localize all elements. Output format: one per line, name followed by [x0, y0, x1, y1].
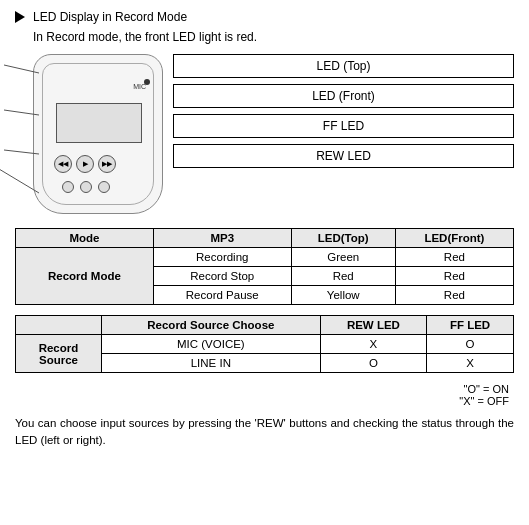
button-row-2 — [62, 181, 110, 193]
diagram-area: MIC ◀◀ ▶ ▶▶ LED (Top) LED (Front) FF LED — [33, 54, 514, 214]
rewind-button: ◀◀ — [54, 155, 72, 173]
mic-label: MIC — [133, 83, 146, 90]
ff-mic: O — [427, 335, 514, 354]
mp3-pause: Record Pause — [153, 286, 291, 305]
table2-header-row: Record Source Choose REW LED FF LED — [16, 316, 514, 335]
svg-line-3 — [0, 163, 39, 193]
screen-rect — [56, 103, 142, 143]
col-led-top: LED(Top) — [291, 229, 395, 248]
col-ff-led: FF LED — [427, 316, 514, 335]
led-top-recording: Green — [291, 248, 395, 267]
led-front-stop: Red — [395, 267, 513, 286]
empty-cell — [16, 316, 102, 335]
col-mode: Mode — [16, 229, 154, 248]
triangle-icon — [15, 11, 25, 23]
rew-line: O — [320, 354, 426, 373]
svg-line-1 — [4, 110, 39, 115]
table2-row-1: RecordSource MIC (VOICE) X O — [16, 335, 514, 354]
mp3-recording: Recording — [153, 248, 291, 267]
led-front-pause: Red — [395, 286, 513, 305]
footer-text: You can choose input sources by pressing… — [15, 415, 514, 450]
header-title: LED Display in Record Mode — [33, 10, 187, 24]
ff-line: X — [427, 354, 514, 373]
table1-header-row: Mode MP3 LED(Top) LED(Front) — [16, 229, 514, 248]
col-rew-led: REW LED — [320, 316, 426, 335]
record-mode-cell: Record Mode — [16, 248, 154, 305]
source-line: LINE IN — [101, 354, 320, 373]
led-top-stop: Red — [291, 267, 395, 286]
table1-row-1: Record Mode Recording Green Red — [16, 248, 514, 267]
button-row-1: ◀◀ ▶ ▶▶ — [54, 155, 116, 173]
record-source-table-section: Record Source Choose REW LED FF LED Reco… — [15, 315, 514, 373]
mp3-stop: Record Stop — [153, 267, 291, 286]
device-illustration: MIC ◀◀ ▶ ▶▶ — [33, 54, 163, 214]
led-front-label: LED (Front) — [173, 84, 514, 108]
record-source-table: Record Source Choose REW LED FF LED Reco… — [15, 315, 514, 373]
note-area: "O" = ON "X" = OFF — [15, 383, 514, 407]
record-mode-table-section: Mode MP3 LED(Top) LED(Front) Record Mode… — [15, 228, 514, 305]
col-record-source-choose: Record Source Choose — [101, 316, 320, 335]
section-header: LED Display in Record Mode — [15, 10, 514, 24]
note-on: "O" = ON — [464, 383, 509, 395]
led-front-recording: Red — [395, 248, 513, 267]
svg-line-2 — [4, 150, 39, 154]
subtitle-text: In Record mode, the front LED light is r… — [33, 30, 514, 44]
btn-sm-1 — [62, 181, 74, 193]
col-led-front: LED(Front) — [395, 229, 513, 248]
led-top-pause: Yellow — [291, 286, 395, 305]
led-labels-area: LED (Top) LED (Front) FF LED REW LED — [173, 54, 514, 214]
btn-sm-2 — [80, 181, 92, 193]
note-off: "X" = OFF — [459, 395, 509, 407]
col-mp3: MP3 — [153, 229, 291, 248]
forward-button: ▶▶ — [98, 155, 116, 173]
btn-sm-3 — [98, 181, 110, 193]
rew-led-label: REW LED — [173, 144, 514, 168]
record-mode-table: Mode MP3 LED(Top) LED(Front) Record Mode… — [15, 228, 514, 305]
ff-led-label: FF LED — [173, 114, 514, 138]
led-top-label: LED (Top) — [173, 54, 514, 78]
svg-line-0 — [4, 65, 39, 73]
connector-lines — [0, 55, 39, 215]
record-source-cell: RecordSource — [16, 335, 102, 373]
rew-mic: X — [320, 335, 426, 354]
source-mic: MIC (VOICE) — [101, 335, 320, 354]
play-button: ▶ — [76, 155, 94, 173]
